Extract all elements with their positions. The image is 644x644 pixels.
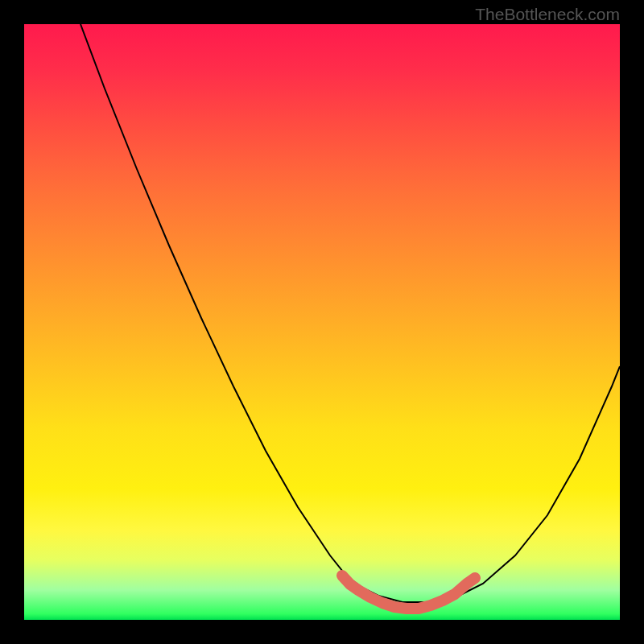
chart-plot-area: [24, 24, 620, 620]
chart-svg: [24, 24, 620, 620]
watermark-text: TheBottleneck.com: [475, 5, 620, 24]
red-curve-path: [342, 576, 475, 609]
black-curve-path: [80, 24, 620, 602]
